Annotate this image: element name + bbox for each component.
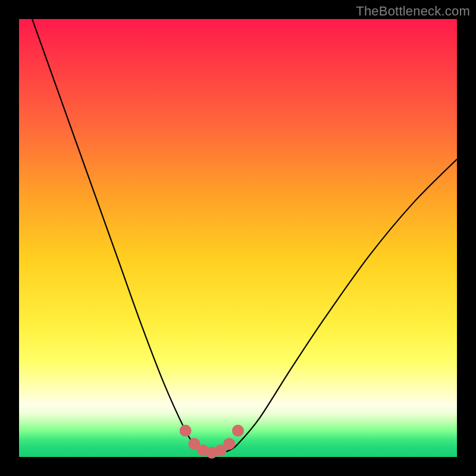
trough-markers [180, 425, 244, 459]
trough-marker [232, 425, 244, 437]
bottleneck-curve [32, 19, 457, 453]
trough-marker [223, 438, 235, 450]
trough-marker [180, 425, 192, 437]
watermark-text: TheBottleneck.com [356, 4, 470, 19]
plot-area [19, 19, 457, 457]
curve-svg [19, 19, 457, 457]
chart-container: TheBottleneck.com [0, 0, 476, 476]
